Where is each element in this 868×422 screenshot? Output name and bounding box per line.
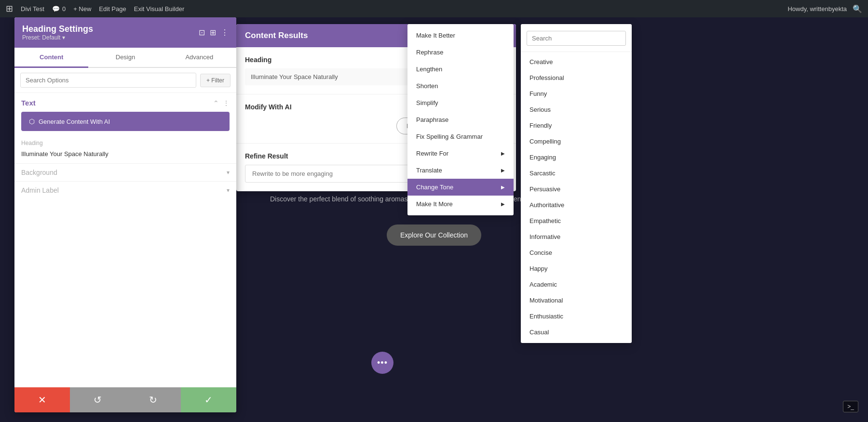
heading-field-value: Illuminate Your Space Naturally bbox=[14, 148, 236, 163]
bottom-bar: ✕ ↺ ↻ ✓ bbox=[14, 387, 236, 412]
tone-divider bbox=[521, 52, 632, 52]
generate-content-button[interactable]: ⬡ Generate Content With AI bbox=[21, 112, 230, 131]
floating-dots-button[interactable]: ••• bbox=[371, 352, 393, 374]
make-it-more-arrow-icon: ▶ bbox=[501, 201, 505, 207]
tab-content[interactable]: Content bbox=[14, 48, 88, 68]
new-item[interactable]: + New bbox=[73, 5, 91, 13]
rewrite-for-item[interactable]: Rewrite For ▶ bbox=[407, 145, 514, 162]
redo-button[interactable]: ↻ bbox=[125, 387, 181, 412]
search-options-input[interactable] bbox=[20, 73, 196, 88]
translate-arrow-icon: ▶ bbox=[501, 168, 505, 173]
tone-enthusiastic[interactable]: Enthusiastic bbox=[521, 308, 632, 324]
tone-professional[interactable]: Professional bbox=[521, 70, 632, 86]
tone-sarcastic[interactable]: Sarcastic bbox=[521, 165, 632, 181]
ai-icon: ⬡ bbox=[29, 118, 35, 125]
search-icon[interactable]: 🔍 bbox=[853, 4, 862, 13]
tone-friendly[interactable]: Friendly bbox=[521, 118, 632, 133]
tone-empathetic[interactable]: Empathetic bbox=[521, 213, 632, 229]
change-tone-item[interactable]: Change Tone ▶ bbox=[407, 179, 514, 196]
tab-advanced[interactable]: Advanced bbox=[163, 48, 236, 68]
change-tone-arrow-icon: ▶ bbox=[501, 185, 505, 190]
tab-design[interactable]: Design bbox=[88, 48, 162, 68]
admin-label-section[interactable]: Admin Label ▾ bbox=[14, 181, 236, 199]
make-it-more-item[interactable]: Make It More ▶ bbox=[407, 196, 514, 212]
comments-item[interactable]: 💬 0 bbox=[52, 5, 66, 13]
tone-casual[interactable]: Casual bbox=[521, 324, 632, 340]
section-header-icons: ⌃ ⋮ bbox=[213, 99, 230, 107]
heading-settings-panel: Heading Settings Preset: Default ▾ ⊡ ⊞ ⋮… bbox=[14, 17, 236, 412]
simplify-item[interactable]: Simplify bbox=[407, 94, 514, 111]
tone-concise[interactable]: Concise bbox=[521, 245, 632, 261]
comment-icon: 💬 bbox=[52, 5, 60, 13]
make-it-better-item[interactable]: Make It Better bbox=[407, 27, 514, 44]
tone-academic[interactable]: Academic bbox=[521, 277, 632, 292]
explore-collection-button[interactable]: Explore Our Collection bbox=[387, 224, 481, 246]
panel-header: Heading Settings Preset: Default ▾ ⊡ ⊞ ⋮ bbox=[14, 17, 236, 48]
howdy-text: Howdy, writtenbyekta bbox=[787, 5, 847, 13]
rewrite-for-arrow-icon: ▶ bbox=[501, 151, 505, 156]
section-more-icon[interactable]: ⋮ bbox=[223, 99, 230, 107]
panel-tabs: Content Design Advanced bbox=[14, 48, 236, 68]
cancel-button[interactable]: ✕ bbox=[14, 387, 70, 412]
ai-dropdown-menu: Make It Better Rephrase Lengthen Shorten… bbox=[407, 24, 514, 215]
tone-engaging[interactable]: Engaging bbox=[521, 149, 632, 165]
expand-icon[interactable]: ⌃ bbox=[213, 99, 219, 107]
admin-label-chevron-icon: ▾ bbox=[227, 187, 230, 194]
tone-persuasive[interactable]: Persuasive bbox=[521, 181, 632, 197]
panel-title: Heading Settings bbox=[22, 24, 93, 34]
resize-icon[interactable]: ⊡ bbox=[199, 28, 205, 37]
tone-submenu: Creative Professional Funny Serious Frie… bbox=[521, 24, 632, 343]
tone-compelling[interactable]: Compelling bbox=[521, 133, 632, 149]
tone-search-input[interactable] bbox=[527, 31, 626, 46]
admin-label-text: Admin Label bbox=[21, 186, 59, 194]
background-label: Background bbox=[21, 169, 57, 176]
tone-motivational[interactable]: Motivational bbox=[521, 292, 632, 308]
tone-authoritative[interactable]: Authoritative bbox=[521, 197, 632, 213]
heading-field-label: Heading bbox=[14, 138, 236, 148]
more-options-icon[interactable]: ⋮ bbox=[221, 28, 229, 37]
tone-happy[interactable]: Happy bbox=[521, 261, 632, 277]
edit-page-item[interactable]: Edit Page bbox=[99, 5, 126, 13]
filter-button[interactable]: + Filter bbox=[200, 74, 231, 87]
text-section-header: Text ⌃ ⋮ bbox=[14, 93, 236, 110]
wordpress-logo-icon[interactable]: ⊞ bbox=[6, 3, 13, 14]
tone-informative[interactable]: Informative bbox=[521, 229, 632, 245]
undo-button[interactable]: ↺ bbox=[70, 387, 125, 412]
search-row: + Filter bbox=[14, 68, 236, 93]
tone-creative[interactable]: Creative bbox=[521, 54, 632, 70]
panel-preset[interactable]: Preset: Default ▾ bbox=[22, 34, 93, 41]
text-section-title: Text bbox=[21, 99, 36, 107]
split-icon[interactable]: ⊞ bbox=[210, 28, 216, 37]
panel-header-icons: ⊡ ⊞ ⋮ bbox=[199, 28, 229, 37]
admin-bar: ⊞ Divi Test 💬 0 + New Edit Page Exit Vis… bbox=[0, 0, 868, 17]
preset-chevron-icon: ▾ bbox=[62, 34, 65, 41]
site-name[interactable]: Divi Test bbox=[21, 5, 44, 13]
shorten-item[interactable]: Shorten bbox=[407, 78, 514, 94]
translate-item[interactable]: Translate ▶ bbox=[407, 162, 514, 179]
tone-serious[interactable]: Serious bbox=[521, 102, 632, 118]
terminal-button[interactable]: >_ bbox=[843, 401, 858, 412]
fix-spelling-item[interactable]: Fix Spelling & Grammar bbox=[407, 128, 514, 145]
tone-search-container bbox=[521, 27, 632, 50]
background-section[interactable]: Background ▾ bbox=[14, 163, 236, 181]
paraphrase-item[interactable]: Paraphrase bbox=[407, 111, 514, 128]
tone-funny[interactable]: Funny bbox=[521, 86, 632, 102]
background-chevron-icon: ▾ bbox=[227, 169, 230, 176]
rephrase-item[interactable]: Rephrase bbox=[407, 44, 514, 61]
confirm-button[interactable]: ✓ bbox=[181, 387, 236, 412]
lengthen-item[interactable]: Lengthen bbox=[407, 61, 514, 78]
exit-builder-item[interactable]: Exit Visual Builder bbox=[134, 5, 185, 13]
